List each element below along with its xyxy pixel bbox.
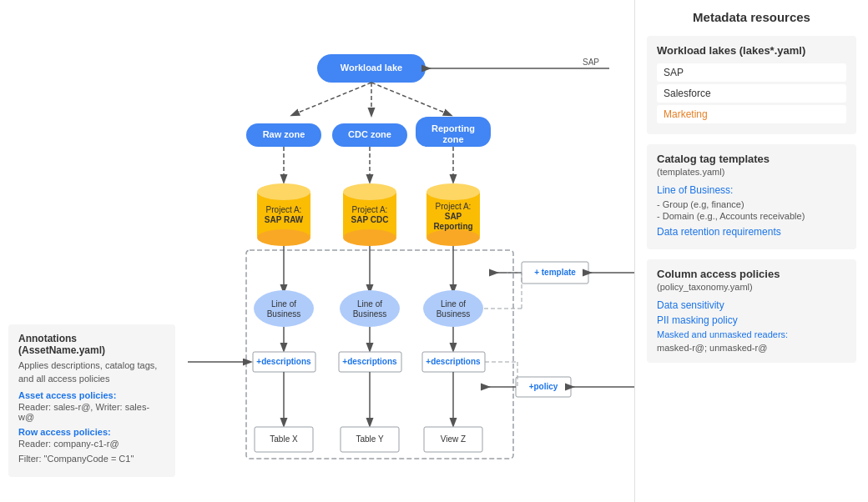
svg-text:View Z: View Z [441,434,466,444]
catalog-item-1: - Group (e.g, finance) [657,199,846,209]
svg-point-19 [257,229,310,246]
svg-text:Business: Business [267,309,301,319]
svg-text:SAP RAW: SAP RAW [265,215,304,224]
svg-point-18 [257,183,310,200]
svg-point-23 [343,183,396,200]
svg-text:zone: zone [442,134,463,144]
svg-point-24 [343,229,396,246]
svg-text:Workload lake: Workload lake [341,63,402,73]
svg-point-28 [426,183,480,200]
svg-text:Line of: Line of [441,299,466,309]
svg-text:SAP CDC: SAP CDC [351,215,389,224]
svg-text:SAP: SAP [445,212,462,221]
lake-item-salesforce: Salesforce [657,84,846,103]
lake-item-marketing: Marketing [657,105,846,123]
lake-item-sap: SAP [657,63,846,82]
svg-text:+descriptions: +descriptions [256,357,311,366]
workload-section: Workload lakes (lakes*.yaml) SAP Salesfo… [647,36,856,134]
column-link-sensitivity[interactable]: Data sensitivity [657,299,846,311]
svg-text:Line of: Line of [271,299,296,309]
svg-line-2 [292,83,371,115]
svg-text:Table X: Table X [270,434,298,444]
diagram-svg: Workload lake SAP Raw zone CDC zone Repo… [0,0,634,502]
svg-text:+descriptions: +descriptions [426,357,481,366]
catalog-item-2: - Domain (e.g., Accounts receivable) [657,211,846,221]
column-link-readers[interactable]: Masked and unmasked readers: [657,329,846,339]
column-value-readers: masked-r@; unmasked-r@ [657,343,846,353]
svg-text:Reporting: Reporting [433,222,472,231]
catalog-link-lob[interactable]: Line of Business: [657,184,846,196]
column-section: Column access policies (policy_taxonomy.… [647,259,856,363]
svg-text:Business: Business [353,309,387,319]
svg-text:Raw zone: Raw zone [263,129,305,139]
column-link-pii[interactable]: PII masking policy [657,314,846,326]
svg-text:Project A:: Project A: [436,202,472,211]
catalog-title: Catalog tag templates (templates.yaml) [657,153,846,178]
svg-text:Table Y: Table Y [356,434,384,444]
svg-text:Business: Business [437,309,471,319]
svg-text:Line of: Line of [357,299,382,309]
svg-point-29 [426,229,480,246]
right-panel: Metadata resources Workload lakes (lakes… [634,0,868,502]
catalog-section: Catalog tag templates (templates.yaml) L… [647,144,856,249]
svg-text:SAP: SAP [583,58,599,67]
panel-title: Metadata resources [647,10,856,24]
svg-text:Project A:: Project A: [266,205,302,214]
column-title: Column access policies (policy_taxonomy.… [657,268,846,293]
svg-text:+descriptions: +descriptions [342,357,397,366]
svg-text:Project A:: Project A: [352,205,388,214]
workload-title: Workload lakes (lakes*.yaml) [657,44,846,57]
svg-text:+ template: + template [534,268,576,277]
svg-text:CDC zone: CDC zone [348,129,391,139]
svg-line-4 [371,83,451,115]
svg-text:+policy: +policy [529,382,558,391]
svg-text:Reporting: Reporting [431,123,475,133]
catalog-link-retention[interactable]: Data retention requirements [657,226,846,238]
